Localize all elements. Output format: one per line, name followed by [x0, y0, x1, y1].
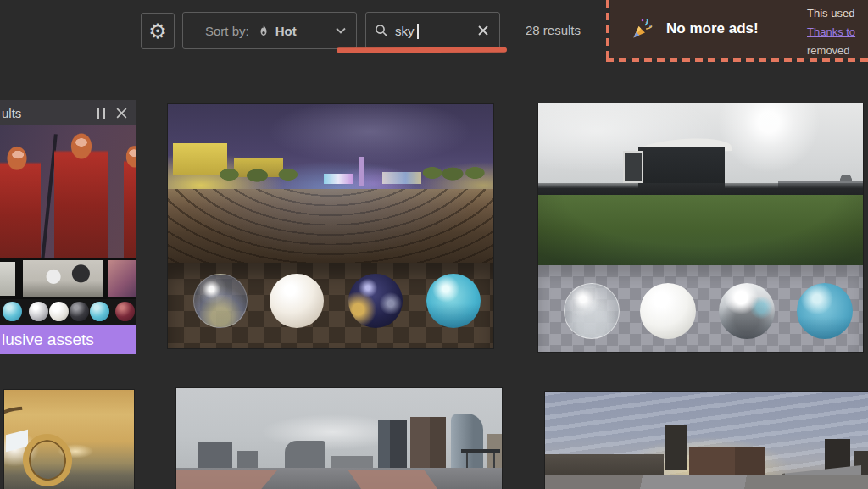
ad-artwork[interactable]: [0, 125, 136, 258]
banner-text: This used Thanks to removed: [807, 4, 868, 60]
search-icon: [375, 24, 388, 37]
app-root: ⚙ Sort by: Hot 28 results: [0, 0, 868, 489]
text-caret: [417, 24, 419, 39]
banner-title: No more ads!: [666, 20, 759, 37]
mini-sphere: [3, 302, 22, 321]
sort-value: Hot: [275, 24, 297, 38]
ad-thumbnail[interactable]: [0, 262, 15, 296]
settings-button[interactable]: ⚙: [141, 13, 175, 49]
banner-thanks-link[interactable]: Thanks to: [807, 25, 855, 38]
sort-dropdown[interactable]: Sort by: Hot: [182, 12, 357, 49]
render-sphere-diffuse: [640, 283, 696, 339]
hdri-preview-ground: [168, 189, 493, 263]
ad-panel-header: ults: [0, 100, 136, 125]
banner-dashed-border-left: [606, 0, 609, 62]
party-popper-icon: [631, 17, 654, 41]
ad-panel-title: ults: [2, 106, 21, 120]
close-icon[interactable]: [114, 105, 130, 121]
mini-sphere: [115, 302, 135, 321]
render-sphere-glass: [193, 274, 248, 328]
hdri-preview: [538, 103, 863, 195]
asset-tile-night-city[interactable]: [168, 104, 493, 348]
ad-thumbnail[interactable]: [108, 260, 136, 297]
gear-icon: ⚙: [148, 19, 167, 42]
flame-icon: [258, 24, 270, 37]
search-underline-annotation: [337, 47, 507, 53]
asset-tile-city-plaza[interactable]: [176, 388, 502, 489]
hdri-preview: [176, 388, 502, 468]
asset-tile-golden-interior[interactable]: [4, 390, 134, 489]
mini-sphere: [90, 302, 109, 321]
banner-line-3: removed: [807, 42, 868, 60]
hdri-preview-path: [176, 470, 278, 489]
mini-sphere: [49, 302, 69, 321]
results-count: 28 results: [526, 23, 581, 37]
hdri-preview: [4, 390, 134, 489]
search-box[interactable]: [365, 12, 500, 49]
banner-line-1: This used: [807, 4, 868, 23]
ad-thumbnail[interactable]: [23, 260, 103, 297]
hdri-preview-ground: [538, 195, 863, 265]
mini-sphere: [70, 302, 89, 321]
asset-tile-dusk-skyline[interactable]: [545, 392, 868, 489]
asset-tile-rooftop[interactable]: [538, 103, 863, 352]
hdri-preview-path: [348, 470, 437, 489]
clear-search-button[interactable]: [476, 23, 491, 38]
mini-sphere: [136, 302, 136, 321]
render-sphere-chrome: [348, 274, 403, 328]
render-sphere-chrome: [719, 283, 775, 339]
close-icon: [477, 25, 489, 36]
ad-thumbnail-strip[interactable]: [0, 258, 136, 299]
render-sphere-glass: [564, 283, 620, 339]
hdri-preview: [545, 392, 868, 489]
sort-label: Sort by:: [205, 24, 249, 38]
ad-figure: [54, 132, 108, 258]
mini-sphere: [29, 302, 48, 321]
render-sphere-diffuse: [270, 274, 324, 328]
exclusive-assets-button[interactable]: lusive assets: [0, 325, 136, 354]
pause-icon[interactable]: [93, 104, 108, 122]
render-sphere-glossy: [797, 283, 853, 339]
hdri-preview: [168, 104, 493, 189]
chevron-down-icon: [336, 27, 346, 34]
search-input[interactable]: [395, 24, 468, 38]
render-sphere-glossy: [426, 274, 481, 328]
ad-figure: [0, 144, 41, 258]
ad-sphere-row: [0, 299, 136, 325]
ad-figure: [124, 142, 136, 258]
